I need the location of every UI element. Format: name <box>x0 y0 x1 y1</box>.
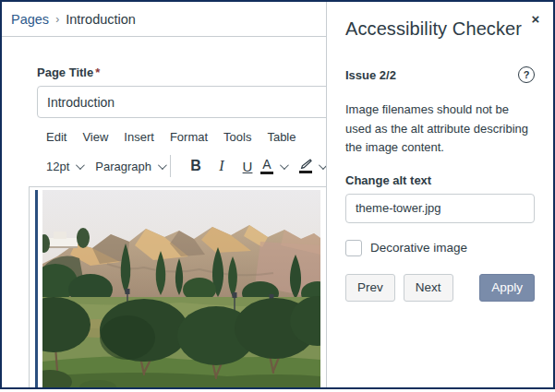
italic-button[interactable]: I <box>209 155 235 177</box>
text-color-icon: A <box>260 158 273 174</box>
panel-title: Accessibility Checker <box>345 18 535 40</box>
decorative-image-option[interactable]: Decorative image <box>345 240 535 256</box>
accessibility-checker-panel: × Accessibility Checker Issue 2/2 ? Imag… <box>326 2 553 387</box>
breadcrumb-current: Introduction <box>66 12 136 27</box>
image-selection-bar <box>35 190 38 387</box>
editor-toolbar: 12pt Paragraph B I U A <box>46 154 326 178</box>
issue-counter: Issue 2/2 <box>345 68 396 82</box>
menu-insert[interactable]: Insert <box>124 130 154 144</box>
chevron-down-icon <box>280 160 289 170</box>
menu-view[interactable]: View <box>82 130 108 144</box>
menu-tools[interactable]: Tools <box>223 130 251 144</box>
highlighter-pen-icon <box>299 159 312 173</box>
chevron-down-icon <box>158 160 167 170</box>
menu-format[interactable]: Format <box>170 130 208 144</box>
issue-header-row: Issue 2/2 ? <box>345 66 535 83</box>
required-asterisk: * <box>95 65 100 79</box>
underline-button[interactable]: U <box>235 155 260 177</box>
close-icon[interactable]: × <box>527 10 544 27</box>
breadcrumb: Pages › Introduction <box>2 2 326 37</box>
alt-text-label: Change alt text <box>345 173 535 187</box>
text-color-letter: A <box>262 158 271 171</box>
alt-text-input[interactable] <box>345 194 535 223</box>
page-title-label: Page Title* <box>37 65 326 79</box>
paragraph-style-dropdown[interactable]: Paragraph <box>95 160 164 173</box>
issue-description: Image filenames should not be used as th… <box>345 101 537 158</box>
font-size-value: 12pt <box>46 160 69 173</box>
breadcrumb-separator-icon: › <box>55 13 59 26</box>
chevron-down-icon <box>319 160 326 170</box>
toolbar-divider <box>170 155 171 177</box>
editor-menubar: Edit View Insert Format Tools Table <box>46 130 326 144</box>
next-button[interactable]: Next <box>404 274 453 302</box>
prev-button[interactable]: Prev <box>345 274 395 302</box>
help-icon[interactable]: ? <box>518 66 535 83</box>
page-form: Page Title* <box>2 65 326 118</box>
page-title-input[interactable] <box>37 86 326 118</box>
bold-button[interactable]: B <box>183 155 209 177</box>
highlight-color-button[interactable] <box>299 159 325 173</box>
app-window: Pages › Introduction Page Title* Edit Vi… <box>0 0 555 389</box>
color-bar <box>299 171 312 173</box>
page-editor-pane: Pages › Introduction Page Title* Edit Vi… <box>2 2 326 387</box>
page-title-label-text: Page Title <box>37 65 93 79</box>
apply-button[interactable]: Apply <box>479 274 535 302</box>
rich-content-editor[interactable] <box>29 186 326 387</box>
breadcrumb-pages-link[interactable]: Pages <box>11 12 49 27</box>
font-size-dropdown[interactable]: 12pt <box>46 160 82 173</box>
menu-table[interactable]: Table <box>267 130 296 144</box>
color-bar <box>260 172 273 174</box>
chevron-down-icon <box>76 160 85 170</box>
panel-actions: Prev Next Apply <box>345 274 535 302</box>
text-color-button[interactable]: A <box>260 158 286 174</box>
decorative-checkbox[interactable] <box>345 240 362 256</box>
editor-content-image[interactable] <box>42 190 320 387</box>
menu-edit[interactable]: Edit <box>46 130 66 144</box>
decorative-checkbox-label: Decorative image <box>370 241 467 255</box>
paragraph-style-value: Paragraph <box>95 160 151 173</box>
